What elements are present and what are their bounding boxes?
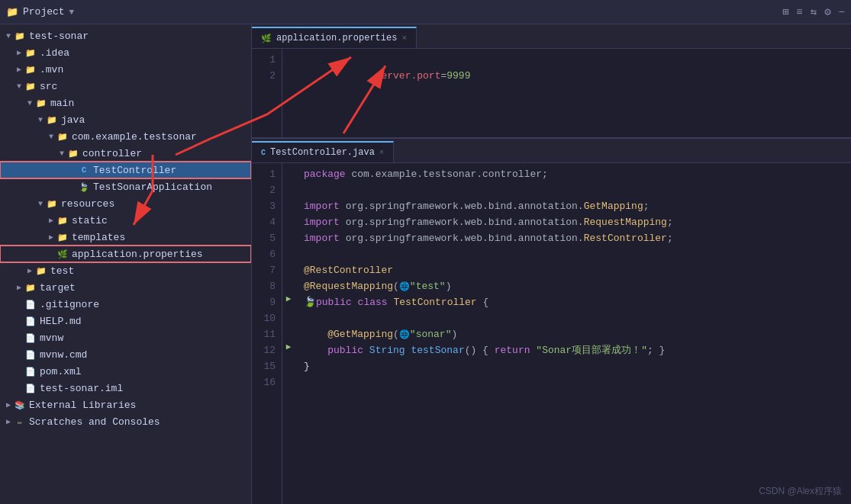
java-line-num-2: 2 bbox=[252, 182, 282, 198]
toolbar-icon-2[interactable]: ≡ bbox=[796, 6, 802, 18]
java-line-num-10: 10 bbox=[252, 310, 282, 326]
tree-icon-folder: 📁 bbox=[46, 197, 58, 210]
tree-item-target[interactable]: ▶📁target bbox=[0, 279, 251, 296]
tree-item-static[interactable]: ▶📁static bbox=[0, 212, 251, 229]
tree-icon-file: 📄 bbox=[24, 298, 37, 310]
tree-arrow: ▼ bbox=[24, 99, 35, 108]
tree-label: Scratches and Consoles bbox=[29, 416, 160, 428]
java-gutter: ▶▶ bbox=[282, 163, 295, 504]
java-line-num-6: 6 bbox=[252, 246, 282, 262]
tree-item-HELP[interactable]: 📄HELP.md bbox=[0, 313, 251, 329]
tree-label: test-sonar.iml bbox=[40, 383, 123, 394]
tree-icon-properties: 🌿 bbox=[56, 248, 69, 260]
tree-item-Scratches[interactable]: ▶✏️Scratches and Consoles bbox=[0, 413, 251, 430]
properties-code-content[interactable]: 1 2 server.port=9999 bbox=[252, 49, 851, 137]
java-tab[interactable]: C TestController.java × bbox=[252, 141, 394, 162]
gear-icon[interactable]: ⚙ bbox=[824, 5, 830, 18]
tree-arrow: ▶ bbox=[14, 48, 24, 57]
watermark: CSDN @Alex程序猿 bbox=[759, 485, 842, 498]
java-code-line-8: @RequestMapping(🌐"test") bbox=[304, 278, 851, 294]
tree-icon-folder: 📁 bbox=[46, 114, 58, 126]
java-code-line-6 bbox=[304, 246, 851, 262]
tree-label: mvnw.cmd bbox=[40, 349, 87, 361]
tree-icon-folder: 📁 bbox=[56, 231, 69, 243]
properties-lines[interactable]: server.port=9999 bbox=[295, 49, 851, 137]
tree-icon-folder: 📁 bbox=[56, 214, 69, 226]
java-lines[interactable]: package com.example.testsonar.controller… bbox=[295, 163, 851, 504]
tree-item-idea[interactable]: ▶📁.idea bbox=[0, 44, 251, 61]
line-num-2: 2 bbox=[252, 68, 282, 84]
java-tab-label: TestController.java bbox=[270, 147, 375, 158]
properties-tab-close[interactable]: × bbox=[401, 34, 407, 43]
java-code-line-9: 🍃public class TestController { bbox=[304, 294, 851, 310]
folder-icon: 📁 bbox=[6, 6, 18, 18]
java-line-num-8: 8 bbox=[252, 278, 282, 294]
tree-item-TestController[interactable]: CTestController bbox=[0, 162, 251, 178]
tree-label: templates bbox=[72, 232, 125, 243]
main-container: ▼📁test-sonar▶📁.idea▶📁.mvn▼📁src▼📁main▼📁ja… bbox=[0, 24, 851, 504]
properties-tab[interactable]: 🌿 application.properties × bbox=[252, 27, 417, 48]
java-code-line-7: @RestController bbox=[304, 262, 851, 278]
tree-arrow: ▼ bbox=[56, 149, 67, 158]
java-code-line-15: } bbox=[304, 358, 851, 374]
tree-item-mvnw[interactable]: 📄mvnw bbox=[0, 329, 251, 346]
tree-label: test-sonar bbox=[29, 30, 89, 42]
tree-arrow: ▼ bbox=[35, 116, 46, 124]
tree-item-mvnwcmd[interactable]: 📄mvnw.cmd bbox=[0, 346, 251, 363]
tree-item-src[interactable]: ▼📁src bbox=[0, 78, 251, 95]
tree-item-main[interactable]: ▼📁main bbox=[0, 95, 251, 111]
tree-item-gitignore[interactable]: 📄.gitignore bbox=[0, 296, 251, 313]
tree-item-java[interactable]: ▼📁java bbox=[0, 111, 251, 128]
dropdown-arrow[interactable]: ▼ bbox=[69, 8, 75, 17]
java-tab-close[interactable]: × bbox=[379, 148, 385, 157]
tree-item-pomxml[interactable]: 📄pom.xml bbox=[0, 363, 251, 380]
tree-label: resources bbox=[61, 198, 114, 210]
tree-icon-file: 📄 bbox=[24, 382, 37, 394]
tree-item-com[interactable]: ▼📁com.example.testsonar bbox=[0, 128, 251, 145]
tree-item-templates[interactable]: ▶📁templates bbox=[0, 229, 251, 246]
tree-icon-scratches: ✏️ bbox=[14, 416, 26, 428]
tree-item-test-sonar[interactable]: ▼📁test-sonar bbox=[0, 27, 251, 44]
java-code-line-2 bbox=[304, 182, 851, 198]
java-gutter-10 bbox=[282, 307, 295, 323]
java-code-line-4: import org.springframework.web.bind.anno… bbox=[304, 214, 851, 230]
tree-item-testsoanriml[interactable]: 📄test-sonar.iml bbox=[0, 380, 251, 396]
tree-icon-folder: 📁 bbox=[24, 47, 37, 59]
tree-label: .mvn bbox=[40, 64, 63, 75]
toolbar-actions: ⊞ ≡ ⇆ ⚙ − bbox=[782, 5, 845, 18]
tree-icon-folder: 📁 bbox=[24, 63, 37, 75]
tree-item-test[interactable]: ▶📁test bbox=[0, 262, 251, 279]
toolbar-icon-3[interactable]: ⇆ bbox=[811, 5, 817, 18]
java-line-numbers: 1234567891011121516 bbox=[252, 163, 282, 504]
tree-item-controller[interactable]: ▼📁controller bbox=[0, 145, 251, 162]
java-code-line-10 bbox=[304, 310, 851, 326]
tree-item-application.properties[interactable]: 🌿application.properties bbox=[0, 246, 251, 262]
tree-icon-folder: 📁 bbox=[67, 147, 79, 159]
tree-icon-spring: 🍃 bbox=[78, 181, 90, 193]
tree-label: HELP.md bbox=[40, 316, 82, 327]
tree-item-ExtLibraries[interactable]: ▶📚External Libraries bbox=[0, 396, 251, 413]
java-line-num-5: 5 bbox=[252, 230, 282, 246]
tree-item-resources[interactable]: ▼📁resources bbox=[0, 195, 251, 212]
java-code-line-16 bbox=[304, 374, 851, 390]
tree-icon-file: 📄 bbox=[24, 365, 37, 377]
toolbar-icon-1[interactable]: ⊞ bbox=[782, 5, 788, 18]
close-icon[interactable]: − bbox=[839, 6, 845, 18]
tree-label: TestSonarApplication bbox=[93, 181, 212, 193]
tree-icon-file: 📄 bbox=[24, 348, 37, 361]
tree-icon-folder: 📁 bbox=[35, 97, 47, 109]
tree-item-TestSonarApplication[interactable]: 🍃TestSonarApplication bbox=[0, 178, 251, 195]
tree-label: .gitignore bbox=[40, 299, 99, 310]
tree-arrow: ▶ bbox=[3, 400, 14, 409]
tree-label: src bbox=[40, 81, 57, 92]
java-code-content[interactable]: 1234567891011121516 ▶▶ package com.examp… bbox=[252, 163, 851, 504]
java-tab-bar: C TestController.java × bbox=[252, 139, 851, 163]
java-line-num-4: 4 bbox=[252, 214, 282, 230]
tree-arrow: ▼ bbox=[35, 200, 46, 208]
tree-icon-folder-src: 📁 bbox=[24, 80, 37, 92]
tree-item-mvn[interactable]: ▶📁.mvn bbox=[0, 61, 251, 78]
properties-line-1: server.port=9999 bbox=[304, 52, 851, 68]
tree-arrow: ▼ bbox=[14, 82, 24, 91]
tree-label: test bbox=[50, 265, 74, 277]
tree-label: pom.xml bbox=[40, 366, 82, 377]
